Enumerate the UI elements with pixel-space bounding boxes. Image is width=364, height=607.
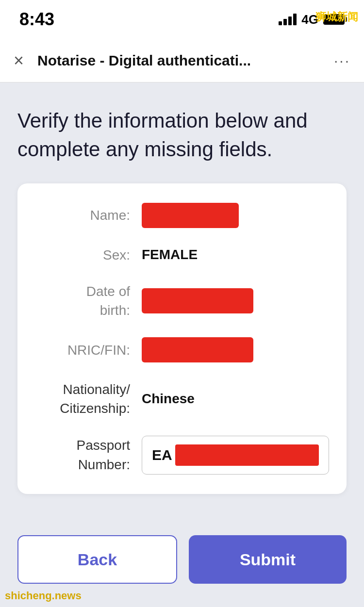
dob-redacted	[142, 288, 253, 313]
nric-label: NRIC/FIN:	[35, 341, 142, 360]
sex-row: Sex: FEMALE	[35, 246, 329, 264]
nationality-row: Nationality/Citizenship: Chinese	[35, 380, 329, 418]
sex-label: Sex:	[35, 246, 142, 264]
watermark-top: 狮城新闻	[315, 11, 358, 23]
nationality-label: Nationality/Citizenship:	[35, 380, 142, 418]
status-time: 8:43	[19, 9, 54, 30]
signal-icon	[279, 14, 297, 25]
page-instruction: Verify the information below and complet…	[17, 107, 347, 164]
nationality-value: Chinese	[142, 391, 195, 407]
browser-bar: × Notarise - Digital authenticati... ···	[0, 39, 364, 82]
passport-input-wrapper[interactable]: EA	[142, 436, 329, 475]
watermark-bottom: shicheng.news	[5, 590, 82, 602]
main-content: Verify the information below and complet…	[0, 82, 364, 572]
name-row: Name:	[35, 203, 329, 228]
status-bar: 8:43 4G	[0, 0, 364, 39]
close-button[interactable]: ×	[14, 50, 24, 71]
passport-prefix: EA	[152, 447, 172, 463]
passport-row: PassportNumber: EA	[35, 436, 329, 475]
more-button[interactable]: ···	[334, 52, 350, 69]
nric-row: NRIC/FIN:	[35, 337, 329, 362]
submit-button[interactable]: Submit	[189, 535, 347, 584]
info-card: Name: Sex: FEMALE Date ofbirth: NRIC/FIN…	[17, 183, 347, 494]
name-label: Name:	[35, 206, 142, 225]
name-redacted	[142, 203, 239, 228]
dob-label: Date ofbirth:	[35, 282, 142, 320]
dob-row: Date ofbirth:	[35, 282, 329, 320]
back-button[interactable]: Back	[17, 535, 177, 584]
passport-label: PassportNumber:	[35, 436, 142, 474]
sex-value: FEMALE	[142, 247, 198, 262]
nric-redacted	[142, 337, 253, 362]
passport-redacted	[175, 444, 319, 466]
browser-title: Notarise - Digital authenticati...	[37, 52, 320, 69]
